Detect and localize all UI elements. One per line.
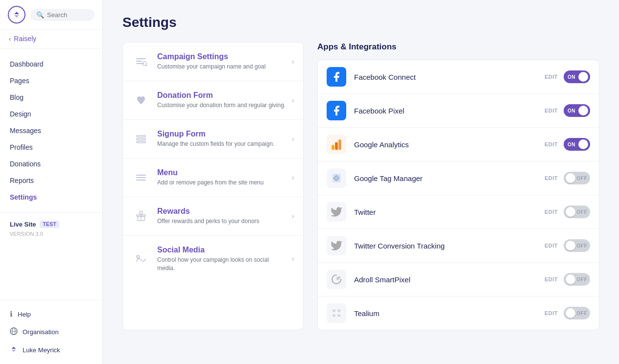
- twitter-edit[interactable]: EDIT: [545, 209, 558, 215]
- facebook-pixel-name: Facebook Pixel: [354, 107, 545, 115]
- nav-divider-top: [0, 48, 102, 49]
- facebook-connect-toggle[interactable]: ON: [564, 70, 590, 83]
- sidebar-item-design[interactable]: Design: [0, 106, 102, 122]
- live-site-label: Live Site TEST: [10, 221, 93, 228]
- rewards-arrow: ›: [292, 212, 294, 221]
- toggle-knob: [578, 72, 588, 82]
- page-title: Settings: [122, 15, 599, 30]
- google-analytics-name: Google Analytics: [354, 140, 545, 149]
- tealium-name: Tealium: [354, 309, 545, 318]
- donation-form-title: Donation Form: [157, 91, 288, 100]
- google-analytics-edit[interactable]: EDIT: [545, 141, 558, 147]
- svg-line-7: [146, 65, 147, 66]
- user-item[interactable]: Luke Meyrick: [0, 341, 102, 359]
- help-icon: ℹ: [10, 310, 13, 318]
- facebook-connect-edit[interactable]: EDIT: [545, 74, 558, 80]
- integration-google-analytics: Google Analytics EDIT ON: [318, 128, 599, 161]
- main-nav: Dashboard Pages Blog Design Messages Pro…: [0, 52, 102, 209]
- menu-desc: Add or remove pages from the site menu: [157, 179, 288, 187]
- sidebar-item-donations[interactable]: Donations: [0, 156, 102, 172]
- sidebar-bottom: ℹ Help Organisation Luke Meyrick: [0, 300, 102, 364]
- facebook-pixel-toggle[interactable]: ON: [564, 104, 590, 117]
- toggle-knob: [578, 139, 588, 149]
- help-item[interactable]: ℹ Help: [0, 305, 102, 323]
- twitter-toggle[interactable]: OFF: [564, 205, 590, 218]
- toggle-label: ON: [568, 108, 575, 114]
- search-icon: 🔍: [36, 11, 44, 19]
- adroll-toggle[interactable]: OFF: [564, 273, 590, 286]
- rewards-text: Rewards Offer rewards and perks to your …: [157, 207, 288, 226]
- sidebar-item-messages[interactable]: Messages: [0, 122, 102, 139]
- card-menu[interactable]: Menu Add or remove pages from the site m…: [123, 159, 303, 197]
- integration-twitter: Twitter EDIT OFF: [318, 195, 599, 229]
- facebook-pixel-edit[interactable]: EDIT: [545, 108, 558, 114]
- rewards-title: Rewards: [157, 207, 288, 216]
- menu-icon: [132, 168, 150, 187]
- organisation-item[interactable]: Organisation: [0, 323, 102, 341]
- toggle-label: OFF: [577, 209, 588, 215]
- sidebar-item-reports[interactable]: Reports: [0, 172, 102, 189]
- adroll-edit[interactable]: EDIT: [545, 276, 558, 282]
- toggle-label: OFF: [577, 277, 588, 282]
- card-social-media[interactable]: Social Media Control how your campaign l…: [123, 236, 303, 282]
- tealium-edit[interactable]: EDIT: [545, 310, 558, 316]
- donation-form-desc: Customise your donation form and regular…: [157, 101, 288, 110]
- logo[interactable]: [8, 6, 25, 23]
- signup-form-text: Signup Form Manage the custom fields for…: [157, 130, 288, 148]
- campaign-settings-arrow: ›: [292, 57, 294, 66]
- card-campaign-settings[interactable]: Campaign Settings Customise your campaig…: [123, 43, 303, 81]
- back-link[interactable]: ‹ Raisely: [0, 30, 102, 46]
- sidebar-item-profiles[interactable]: Profiles: [0, 139, 102, 156]
- toggle-label: ON: [568, 74, 575, 80]
- social-media-text: Social Media Control how your campaign l…: [157, 246, 288, 273]
- toggle-label: OFF: [577, 176, 588, 181]
- google-tag-manager-name: Google Tag Manager: [354, 174, 545, 182]
- sidebar-item-dashboard[interactable]: Dashboard: [0, 56, 102, 72]
- card-donation-form[interactable]: Donation Form Customise your donation fo…: [123, 81, 303, 120]
- toggle-label: OFF: [577, 311, 588, 316]
- twitter-conversion-edit[interactable]: EDIT: [545, 243, 558, 249]
- integrations-title: Apps & Integrations: [317, 42, 599, 52]
- signup-form-icon: [132, 130, 150, 148]
- search-box[interactable]: 🔍: [30, 9, 95, 21]
- facebook-pixel-logo: [327, 101, 346, 120]
- svg-rect-3: [136, 58, 146, 59]
- twitter-logo: [327, 202, 346, 222]
- integration-adroll: Adroll SmartPixel EDIT OFF: [318, 263, 599, 296]
- google-tag-manager-toggle[interactable]: OFF: [564, 172, 590, 184]
- svg-rect-18: [332, 145, 334, 150]
- toggle-label: ON: [568, 142, 575, 147]
- twitter-name: Twitter: [354, 208, 545, 216]
- sidebar-item-blog[interactable]: Blog: [0, 89, 102, 106]
- svg-rect-20: [338, 139, 341, 150]
- tealium-logo: [327, 303, 346, 323]
- sidebar-item-pages[interactable]: Pages: [0, 72, 102, 89]
- toggle-knob: [566, 274, 575, 284]
- facebook-connect-name: Facebook Connect: [354, 73, 545, 81]
- rewards-icon: [132, 207, 150, 226]
- search-input[interactable]: [47, 11, 89, 19]
- twitter-conversion-toggle[interactable]: OFF: [564, 239, 590, 252]
- svg-rect-8: [137, 136, 145, 137]
- campaign-settings-icon: [132, 52, 150, 71]
- twitter-conversion-name: Twitter Conversion Tracking: [354, 242, 545, 250]
- sidebar-item-settings[interactable]: Settings: [0, 189, 102, 205]
- integration-facebook-connect: Facebook Connect EDIT ON: [318, 60, 599, 94]
- settings-cards-list: Campaign Settings Customise your campaig…: [122, 42, 304, 330]
- sidebar: 🔍 ‹ Raisely Dashboard Pages Blog Design …: [0, 0, 103, 364]
- tealium-toggle[interactable]: OFF: [564, 307, 590, 319]
- google-tag-manager-edit[interactable]: EDIT: [545, 175, 558, 181]
- menu-title: Menu: [157, 168, 288, 177]
- test-badge: TEST: [40, 221, 59, 228]
- social-media-icon: [132, 250, 150, 268]
- version-text: VERSION 3.0: [0, 230, 102, 241]
- donation-form-text: Donation Form Customise your donation fo…: [157, 91, 288, 110]
- donation-form-arrow: ›: [292, 96, 294, 105]
- card-rewards[interactable]: Rewards Offer rewards and perks to your …: [123, 197, 303, 236]
- google-analytics-toggle[interactable]: ON: [564, 138, 590, 151]
- card-signup-form[interactable]: Signup Form Manage the custom fields for…: [123, 120, 303, 159]
- integration-google-tag-manager: Google Tag Manager EDIT OFF: [318, 161, 599, 195]
- social-media-desc: Control how your campaign looks on socia…: [157, 256, 288, 273]
- content-grid: Campaign Settings Customise your campaig…: [122, 42, 599, 330]
- svg-point-24: [333, 309, 335, 312]
